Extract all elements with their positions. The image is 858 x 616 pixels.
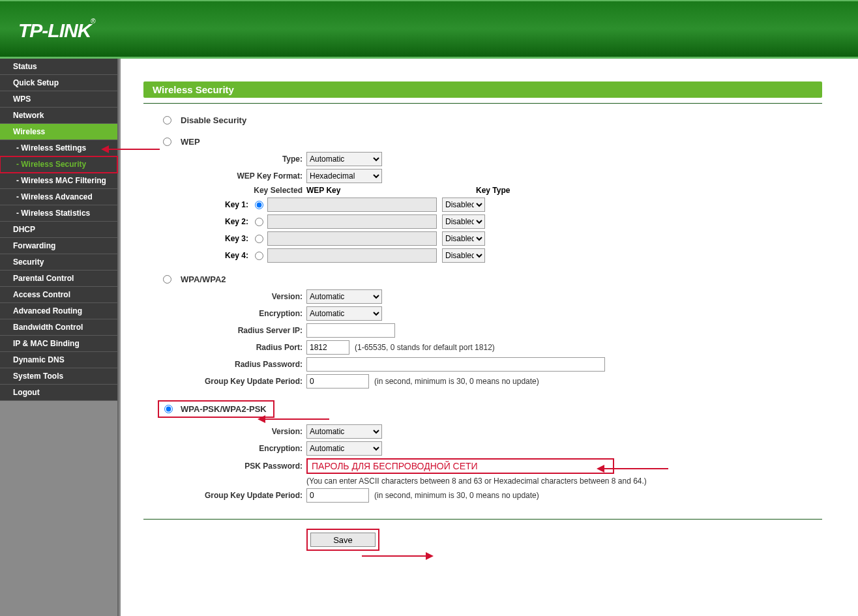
wep-key1-type-select[interactable]: Disabled [442, 198, 485, 212]
wep-key-header: WEP Key [306, 186, 476, 195]
radius-password-input[interactable] [306, 357, 605, 372]
divider [143, 103, 822, 104]
wep-key2-label: Key 2: [225, 217, 248, 226]
radio-wpapsk[interactable] [164, 405, 173, 413]
radio-wep[interactable] [163, 138, 171, 146]
nav-wireless-security[interactable]: - Wireless Security [0, 156, 117, 173]
wep-label: WEP [181, 137, 200, 147]
nav-security[interactable]: Security [0, 254, 117, 271]
nav-network[interactable]: Network [0, 108, 117, 124]
psk-password-input[interactable] [306, 458, 614, 474]
wep-key2-radio[interactable] [255, 218, 263, 226]
pointer-arrow-icon [264, 418, 329, 420]
wpa-gkup-input[interactable] [306, 374, 369, 389]
radius-port-input[interactable] [306, 340, 349, 355]
wep-key2-type-select[interactable]: Disabled [442, 214, 485, 229]
content-area: Wireless Security Disable Security WEP T… [119, 59, 858, 616]
psk-password-hint: (You can enter ASCII characters between … [306, 477, 647, 486]
wpa-encryption-label: Encryption: [143, 309, 306, 318]
nav-wireless[interactable]: Wireless [0, 124, 117, 140]
nav-bandwidth-control[interactable]: Bandwidth Control [0, 319, 117, 336]
wep-key3-radio[interactable] [255, 235, 263, 243]
pointer-arrow-icon [362, 555, 427, 557]
save-button[interactable]: Save [310, 533, 376, 547]
wep-type-label: Type: [143, 154, 306, 164]
radius-ip-label: Radius Server IP: [143, 326, 306, 335]
nav-wireless-mac-filtering[interactable]: - Wireless MAC Filtering [0, 173, 117, 189]
wpa-encryption-select[interactable]: Automatic [306, 306, 382, 321]
wpa-label: WPA/WPA2 [181, 274, 226, 284]
wep-key2-input[interactable] [267, 214, 437, 229]
wep-key4-radio[interactable] [255, 252, 263, 260]
wpa-gkup-hint: (in second, minimum is 30, 0 means no up… [374, 377, 539, 386]
wpa-version-label: Version: [143, 292, 306, 301]
wpapsk-encryption-select[interactable]: Automatic [306, 441, 382, 456]
nav-advanced-routing[interactable]: Advanced Routing [0, 303, 117, 319]
page-title: Wireless Security [143, 81, 822, 98]
nav-status[interactable]: Status [0, 59, 117, 75]
wep-key4-label: Key 4: [225, 251, 248, 260]
wpa-version-select[interactable]: Automatic [306, 289, 382, 304]
wpa-gkup-label: Group Key Update Period: [143, 377, 306, 386]
nav-dynamic-dns[interactable]: Dynamic DNS [0, 352, 117, 368]
wep-key4-type-select[interactable]: Disabled [442, 248, 485, 263]
radius-port-hint: (1-65535, 0 stands for default port 1812… [355, 343, 495, 352]
pointer-arrow-icon [108, 149, 160, 150]
header: TP-LINK® [0, 0, 858, 59]
divider [143, 519, 822, 520]
nav-forwarding[interactable]: Forwarding [0, 238, 117, 254]
wpapsk-version-select[interactable]: Automatic [306, 424, 382, 439]
wpapsk-highlight: WPA-PSK/WPA2-PSK [158, 400, 274, 418]
nav-logout[interactable]: Logout [0, 385, 117, 401]
radius-password-label: Radius Password: [143, 360, 306, 369]
pointer-arrow-icon [603, 468, 668, 469]
nav-quick-setup[interactable]: Quick Setup [0, 75, 117, 91]
wep-format-label: WEP Key Format: [143, 171, 306, 181]
wpapsk-version-label: Version: [143, 427, 306, 436]
nav-dhcp[interactable]: DHCP [0, 222, 117, 238]
wpapsk-label: WPA-PSK/WPA2-PSK [181, 404, 267, 414]
wep-key1-radio[interactable] [255, 201, 263, 209]
key-selected-header: Key Selected [143, 186, 306, 195]
save-highlight: Save [306, 529, 379, 551]
wep-type-select[interactable]: Automatic [306, 152, 382, 166]
nav-system-tools[interactable]: System Tools [0, 368, 117, 385]
disable-security-label: Disable Security [181, 115, 246, 125]
nav-parental-control[interactable]: Parental Control [0, 271, 117, 287]
sidebar: Status Quick Setup WPS Network Wireless … [0, 59, 119, 616]
wpapsk-gkup-label: Group Key Update Period: [143, 491, 306, 500]
wep-format-select[interactable]: Hexadecimal [306, 169, 382, 183]
key-type-header: Key Type [476, 186, 528, 195]
nav-wireless-settings[interactable]: - Wireless Settings [0, 140, 117, 156]
nav-ip-mac-binding[interactable]: IP & MAC Binding [0, 336, 117, 352]
wep-key1-label: Key 1: [225, 200, 248, 209]
wep-key4-input[interactable] [267, 248, 437, 263]
nav-wireless-advanced[interactable]: - Wireless Advanced [0, 189, 117, 205]
radius-ip-input[interactable] [306, 323, 395, 338]
brand-logo: TP-LINK® [18, 20, 858, 42]
radio-disable-security[interactable] [163, 116, 171, 125]
wpapsk-gkup-input[interactable] [306, 488, 369, 503]
wpapsk-gkup-hint: (in second, minimum is 30, 0 means no up… [374, 491, 539, 500]
nav-wireless-statistics[interactable]: - Wireless Statistics [0, 205, 117, 222]
wep-key3-label: Key 3: [225, 234, 248, 243]
wep-key3-type-select[interactable]: Disabled [442, 231, 485, 246]
radio-wpa[interactable] [163, 275, 171, 284]
wep-key1-input[interactable] [267, 198, 437, 212]
nav-wps[interactable]: WPS [0, 91, 117, 108]
nav-access-control[interactable]: Access Control [0, 287, 117, 303]
radius-port-label: Radius Port: [143, 343, 306, 352]
psk-password-label: PSK Password: [143, 462, 306, 471]
wpapsk-encryption-label: Encryption: [143, 444, 306, 453]
wep-key3-input[interactable] [267, 231, 437, 246]
